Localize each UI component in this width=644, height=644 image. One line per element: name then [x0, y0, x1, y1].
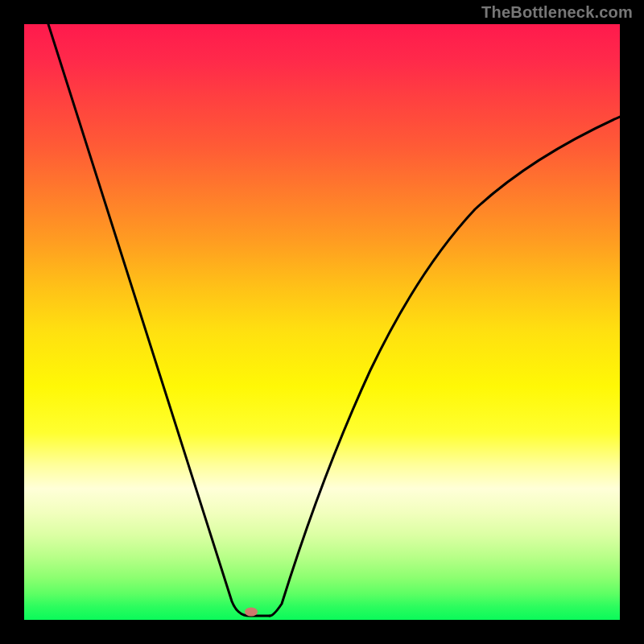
optimum-marker: [245, 608, 258, 617]
watermark-text: TheBottleneck.com: [481, 3, 633, 22]
plot-area: [24, 24, 620, 620]
chart-frame: TheBottleneck.com: [0, 0, 644, 644]
curve-right-branch: [270, 117, 620, 616]
curve-left-branch: [48, 24, 270, 616]
bottleneck-curve: [24, 24, 620, 620]
